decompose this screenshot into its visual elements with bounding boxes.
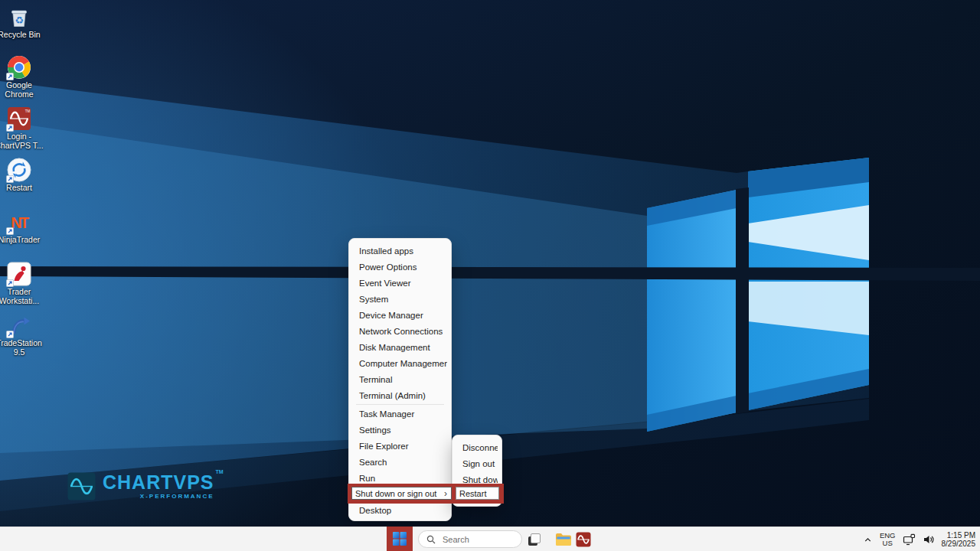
tray-time: 1:15 PM [942, 531, 976, 540]
menu-item-task-manager[interactable]: Task Manager [353, 406, 447, 422]
chartvps-app-button[interactable] [575, 531, 592, 548]
menu-item-terminal-admin[interactable]: Terminal (Admin) [353, 387, 447, 403]
highlighted-submenu-item-label: Restart [459, 489, 486, 498]
svg-text:TM: TM [25, 109, 31, 113]
menu-item-network-connections[interactable]: Network Connections [353, 323, 447, 339]
taskbar-search[interactable] [418, 530, 522, 548]
search-icon [426, 535, 436, 544]
highlighted-menu-item-shut-down-or-sign-out[interactable]: Shut down or sign out › [351, 487, 452, 500]
desktop-item-label: Trader Workstati... [0, 288, 44, 305]
submenu-item-sign-out[interactable]: Sign out [456, 455, 498, 471]
menu-item-file-explorer[interactable]: File Explorer [353, 438, 447, 454]
menu-item-desktop[interactable]: Desktop [353, 502, 447, 518]
shortcut-arrow-icon [6, 279, 14, 287]
language-line2: US [880, 540, 896, 547]
show-hidden-icons-button[interactable] [863, 530, 873, 549]
desktop-item-label: TradeStation 9.5 [0, 339, 44, 357]
chartvps-watermark: CHARTVPS TM X-PERFORMANCE [67, 472, 214, 500]
task-view-button[interactable] [526, 531, 543, 548]
menu-item-installed-apps[interactable]: Installed apps [353, 243, 447, 259]
speaker-volume-icon [923, 533, 935, 546]
desktop-item-ninjatrader[interactable]: NT NinjaTrader [0, 210, 44, 245]
shortcut-arrow-icon [6, 73, 14, 80]
windows-logo-icon [393, 532, 407, 546]
chevron-right-icon: › [444, 490, 447, 497]
submenu-item-disconnect[interactable]: Disconnect [456, 439, 498, 455]
menu-item-device-manager[interactable]: Device Manager [353, 307, 447, 323]
clock[interactable]: 1:15 PM 8/29/2025 [942, 530, 976, 549]
annotation-highlight-band: Shut down or sign out › Restart [348, 484, 504, 504]
highlighted-submenu-item-restart[interactable]: Restart [456, 487, 499, 500]
desktop-item-trader-workstation[interactable]: Trader Workstati... [0, 262, 44, 305]
menu-item-disk-management[interactable]: Disk Management [353, 339, 447, 355]
shortcut-arrow-icon [6, 227, 14, 235]
file-explorer-button[interactable] [555, 531, 572, 548]
menu-separator [356, 404, 444, 405]
menu-item-computer-management[interactable]: Computer Management [353, 355, 447, 371]
system-tray: ENG US 1:15 PM 8/29/2025 [863, 527, 975, 551]
desktop-item-label: Restart [6, 184, 32, 193]
search-input[interactable] [441, 534, 513, 545]
desktop-item-login-chartvps[interactable]: TM Login - ChartVPS T... [0, 106, 44, 150]
volume-button[interactable] [923, 530, 935, 549]
start-button[interactable] [390, 529, 410, 549]
language-indicator[interactable]: ENG US [880, 530, 896, 549]
desktop-item-label: Google Chrome [0, 81, 44, 99]
desktop-item-label: Recycle Bin [0, 31, 41, 40]
svg-text:♻: ♻ [15, 15, 24, 26]
ethernet-network-icon [903, 533, 916, 546]
watermark-tm: TM [215, 469, 223, 474]
desktop-item-restart[interactable]: Restart [0, 158, 44, 193]
watermark-tagline: X-PERFORMANCE [103, 493, 214, 500]
shortcut-arrow-icon [6, 331, 14, 338]
menu-item-terminal[interactable]: Terminal [353, 371, 447, 387]
start-button-annotation [387, 527, 413, 551]
network-button[interactable] [903, 530, 916, 549]
winx-context-menu: Installed apps Power Options Event Viewe… [348, 238, 452, 521]
desktop-item-label: Login - ChartVPS T... [0, 132, 44, 150]
watermark-brand: CHARTVPS [103, 472, 214, 492]
task-view-front-square-icon [531, 533, 541, 543]
chartvps-sine-icon [576, 532, 591, 547]
taskbar: ENG US 1:15 PM 8/29/2025 [0, 527, 980, 551]
recycle-bin-icon: ♻ [7, 5, 31, 29]
menu-item-power-options[interactable]: Power Options [353, 259, 447, 275]
desktop-item-label: NinjaTrader [0, 236, 40, 245]
desktop-item-recycle-bin[interactable]: ♻ Recycle Bin [0, 5, 44, 40]
menu-item-search[interactable]: Search [353, 454, 447, 470]
menu-item-settings[interactable]: Settings [353, 422, 447, 438]
menu-item-event-viewer[interactable]: Event Viewer [353, 275, 447, 291]
chartvps-logo-icon [67, 472, 96, 500]
shortcut-arrow-icon [6, 175, 14, 183]
desktop-item-google-chrome[interactable]: Google Chrome [0, 55, 44, 99]
chevron-up-icon [863, 535, 873, 545]
shortcut-arrow-icon [6, 124, 14, 132]
tray-date: 8/29/2025 [942, 540, 976, 548]
menu-item-system[interactable]: System [353, 291, 447, 307]
highlighted-menu-item-label: Shut down or sign out [355, 489, 436, 498]
folder-icon [555, 532, 572, 547]
desktop-item-tradestation[interactable]: TradeStation 9.5 [0, 313, 44, 357]
